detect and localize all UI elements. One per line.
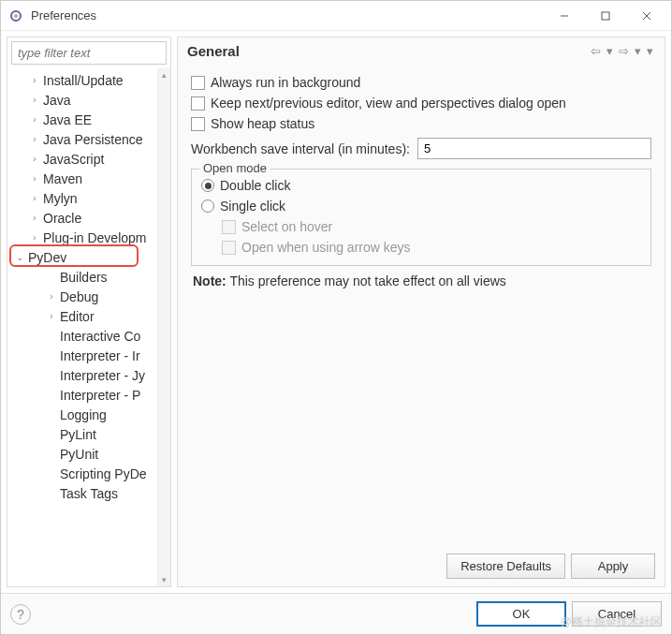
check-run-background-label: Always run in background [211, 75, 360, 90]
svg-point-1 [14, 14, 18, 18]
content-body: Always run in background Keep next/previ… [178, 68, 665, 546]
check-run-background[interactable] [191, 76, 205, 90]
check-open-arrow-row: Open when using arrow keys [201, 237, 641, 258]
interval-input[interactable] [417, 138, 651, 159]
tree-item[interactable]: Logging [7, 405, 170, 424]
tree-item[interactable]: PyUnit [7, 444, 170, 464]
tree-item[interactable]: ›Plug-in Developm [7, 228, 170, 247]
tree-item[interactable]: Task Tags [7, 483, 170, 503]
tree-spacer [45, 369, 58, 382]
radio-single-click-label: Single click [220, 199, 285, 214]
check-select-hover-label: Select on hover [241, 219, 332, 234]
check-heap[interactable] [191, 117, 205, 131]
preference-tree[interactable]: ▴ ▾ ›Install/Update›Java›Java EE›Java Pe… [7, 68, 170, 586]
check-select-hover [222, 220, 236, 234]
tree-item-label: Plug-in Developm [41, 230, 147, 245]
nav-back-menu-icon[interactable]: ▾ [605, 44, 615, 58]
tree-item-label: Interpreter - Jy [58, 368, 145, 383]
nav-forward-menu-icon[interactable]: ▾ [633, 44, 643, 58]
preferences-window: Preferences ▴ ▾ ›Install/Update›Java›Jav… [0, 0, 672, 635]
tree-spacer [45, 349, 58, 362]
tree-item-label: Java [41, 93, 71, 108]
tree-item[interactable]: Builders [7, 267, 170, 287]
tree-item-label: Builders [58, 270, 108, 285]
tree-item[interactable]: ›Java Persistence [7, 129, 170, 149]
tree-item[interactable]: ›Java [7, 90, 170, 110]
check-select-hover-row: Select on hover [201, 216, 641, 237]
tree-item-label: Interactive Co [58, 329, 140, 344]
tree-spacer [45, 448, 58, 461]
chevron-right-icon[interactable]: › [28, 133, 41, 146]
check-keep-dialog-label: Keep next/previous editor, view and pers… [211, 96, 566, 111]
tree-item[interactable]: ›Install/Update [7, 70, 170, 90]
tree-item[interactable]: Scripting PyDe [7, 464, 170, 483]
ok-button[interactable]: OK [476, 601, 566, 627]
tree-item-label: Interpreter - Ir [58, 348, 140, 363]
dialog-body: ▴ ▾ ›Install/Update›Java›Java EE›Java Pe… [1, 31, 671, 593]
tree-item-label: Mylyn [41, 191, 78, 206]
tree-item[interactable]: ›JavaScript [7, 149, 170, 169]
scroll-up-icon[interactable]: ▴ [158, 68, 170, 81]
close-button[interactable] [626, 3, 667, 29]
tree-item[interactable]: ›Oracle [7, 208, 170, 228]
check-keep-dialog-row: Keep next/previous editor, view and pers… [191, 93, 651, 113]
chevron-right-icon[interactable]: › [28, 94, 41, 107]
cancel-button[interactable]: Cancel [572, 601, 662, 627]
chevron-right-icon[interactable]: › [28, 212, 41, 225]
check-open-arrow-label: Open when using arrow keys [241, 240, 411, 255]
tree-item[interactable]: Interactive Co [7, 326, 170, 346]
tree-item-label: Oracle [41, 211, 81, 226]
tree-item[interactable]: ›Debug [7, 287, 170, 306]
restore-defaults-button[interactable]: Restore Defaults [446, 554, 565, 579]
tree-item[interactable]: PyLint [7, 424, 170, 444]
maximize-button[interactable] [585, 3, 626, 29]
check-heap-label: Show heap status [211, 116, 314, 131]
tree-item[interactable]: Interpreter - P [7, 385, 170, 405]
chevron-right-icon[interactable]: › [28, 172, 41, 185]
minimize-button[interactable] [544, 3, 585, 29]
tree-item-label: Java Persistence [41, 132, 143, 147]
tree-item-label: JavaScript [41, 152, 104, 167]
tree-item-label: Maven [41, 171, 82, 186]
tree-item[interactable]: ›Maven [7, 169, 170, 188]
radio-single-click[interactable] [201, 199, 214, 213]
radio-single-click-row: Single click [201, 196, 641, 216]
help-icon[interactable]: ? [10, 604, 31, 625]
app-icon [8, 8, 23, 23]
dialog-footer: ? OK Cancel [1, 593, 671, 634]
apply-button[interactable]: Apply [571, 554, 655, 579]
tree-scrollbar[interactable]: ▴ ▾ [157, 68, 170, 586]
tree-item-label: Interpreter - P [58, 388, 140, 403]
chevron-down-icon[interactable]: ⌄ [13, 251, 26, 264]
chevron-right-icon[interactable]: › [28, 74, 41, 87]
check-keep-dialog[interactable] [191, 96, 205, 111]
chevron-right-icon[interactable]: › [45, 310, 58, 323]
tree-spacer [45, 330, 58, 343]
chevron-right-icon[interactable]: › [28, 153, 41, 166]
scroll-down-icon[interactable]: ▾ [158, 573, 170, 586]
tree-item[interactable]: ›Editor [7, 306, 170, 326]
tree-item[interactable]: ›Mylyn [7, 188, 170, 208]
open-mode-title: Open mode [199, 161, 270, 175]
tree-item-label: PyUnit [58, 447, 98, 462]
chevron-right-icon[interactable]: › [28, 113, 41, 126]
filter-input[interactable] [11, 41, 167, 65]
chevron-right-icon[interactable]: › [28, 192, 41, 205]
tree-spacer [45, 271, 58, 284]
nav-menu-icon[interactable]: ▾ [645, 44, 655, 58]
chevron-right-icon[interactable]: › [45, 290, 58, 303]
tree-item[interactable]: Interpreter - Jy [7, 365, 170, 385]
chevron-right-icon[interactable]: › [28, 231, 41, 244]
nav-forward-icon[interactable]: ⇨ [617, 44, 631, 58]
tree-spacer [45, 487, 58, 500]
tree-item[interactable]: ⌄PyDev [7, 247, 170, 267]
radio-double-click-label: Double click [220, 178, 290, 193]
nav-back-icon[interactable]: ⇦ [589, 44, 603, 58]
interval-label: Workbench save interval (in minutes): [191, 141, 410, 156]
tree-item[interactable]: Interpreter - Ir [7, 346, 170, 365]
tree-item[interactable]: ›Java EE [7, 110, 170, 129]
tree-item-label: Logging [58, 407, 107, 422]
radio-double-click[interactable] [201, 179, 214, 192]
tree-spacer [45, 467, 58, 480]
note-label: Note: [193, 273, 226, 288]
